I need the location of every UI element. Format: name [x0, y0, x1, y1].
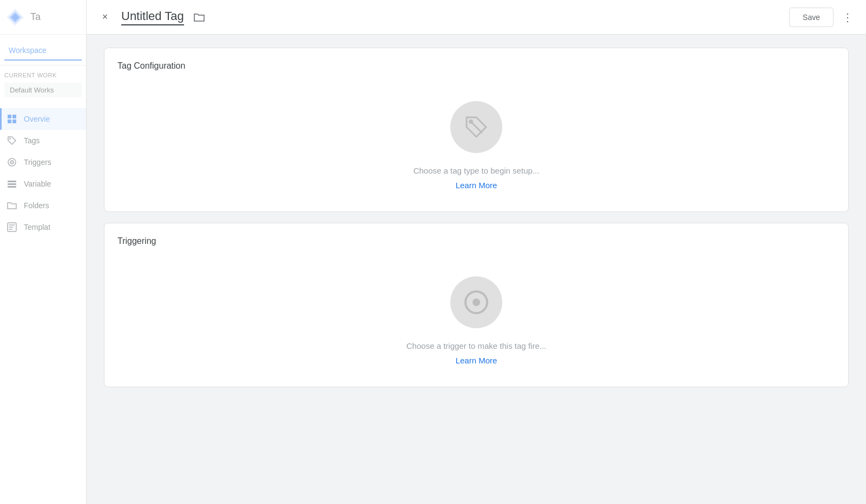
svg-rect-4	[12, 120, 16, 123]
workspace-tab[interactable]: Workspace	[4, 41, 82, 61]
sidebar: Ta Workspace CURRENT WORK Default Works …	[0, 0, 87, 504]
tags-icon	[6, 135, 17, 146]
dialog-content: Tag Configuration Choose a tag type to b…	[87, 35, 866, 504]
variables-icon	[6, 178, 17, 189]
triggering-body: Choose a trigger to make this tag fire..…	[117, 263, 835, 374]
tag-icon-circle[interactable]	[450, 101, 502, 153]
save-button[interactable]: Save	[789, 8, 834, 27]
folder-button[interactable]	[191, 9, 208, 26]
sidebar-item-overview[interactable]: Overvie	[0, 108, 86, 130]
sidebar-item-templates-label: Templat	[24, 223, 50, 231]
workspace-tab-label: Workspace	[9, 46, 47, 55]
svg-rect-10	[8, 183, 16, 185]
triggering-title: Triggering	[117, 236, 835, 246]
current-workspace-label: CURRENT WORK	[0, 65, 86, 81]
triggers-icon	[6, 157, 17, 168]
svg-point-5	[9, 138, 11, 140]
triggering-icon-circle[interactable]	[450, 276, 502, 328]
triggering-placeholder: Choose a trigger to make this tag fire..…	[406, 341, 546, 350]
svg-rect-1	[8, 115, 11, 118]
sidebar-item-overview-label: Overvie	[24, 115, 50, 123]
sidebar-item-tags-label: Tags	[24, 136, 40, 145]
sidebar-item-folders[interactable]: Folders	[0, 195, 86, 216]
sidebar-nav: Overvie Tags Triggers	[0, 104, 86, 242]
tag-configuration-learn-more[interactable]: Learn More	[456, 181, 497, 190]
dialog-title: Untitled Tag	[121, 9, 184, 25]
svg-rect-3	[8, 120, 11, 123]
sidebar-item-triggers-label: Triggers	[24, 158, 51, 167]
dialog-header: × Untitled Tag Save ⋮	[87, 0, 866, 35]
sidebar-workspace-section: Workspace	[0, 35, 86, 65]
gtm-logo	[4, 6, 26, 28]
svg-point-13	[469, 120, 473, 124]
sidebar-app-title: Ta	[30, 11, 41, 23]
tag-placeholder-icon	[462, 113, 490, 141]
tag-configuration-title: Tag Configuration	[117, 61, 835, 71]
sidebar-item-tags[interactable]: Tags	[0, 130, 86, 151]
folders-icon	[6, 200, 17, 211]
triggering-card: Triggering Choose a trigger to make this…	[104, 223, 849, 387]
sidebar-item-folders-label: Folders	[24, 201, 49, 210]
templates-icon	[6, 222, 17, 233]
svg-rect-9	[8, 181, 16, 182]
tag-configuration-card: Tag Configuration Choose a tag type to b…	[104, 48, 849, 212]
svg-point-8	[11, 162, 12, 163]
triggering-learn-more[interactable]: Learn More	[456, 356, 497, 365]
sidebar-item-variables[interactable]: Variable	[0, 173, 86, 195]
sidebar-item-triggers[interactable]: Triggers	[0, 151, 86, 173]
trigger-inner-icon	[464, 290, 488, 314]
tag-configuration-body: Choose a tag type to begin setup... Lear…	[117, 88, 835, 198]
close-button[interactable]: ×	[95, 8, 115, 27]
trigger-dot	[473, 299, 480, 306]
overview-icon	[6, 114, 17, 124]
more-options-button[interactable]: ⋮	[838, 8, 857, 27]
current-workspace-value[interactable]: Default Works	[4, 83, 82, 97]
svg-rect-11	[8, 186, 16, 188]
folder-icon	[194, 12, 205, 22]
svg-rect-2	[12, 115, 16, 118]
main-panel: × Untitled Tag Save ⋮ Tag Configuration	[87, 0, 866, 504]
sidebar-item-variables-label: Variable	[24, 180, 51, 188]
sidebar-item-templates[interactable]: Templat	[0, 216, 86, 238]
sidebar-header: Ta	[0, 0, 86, 35]
tag-configuration-placeholder: Choose a tag type to begin setup...	[414, 166, 540, 175]
